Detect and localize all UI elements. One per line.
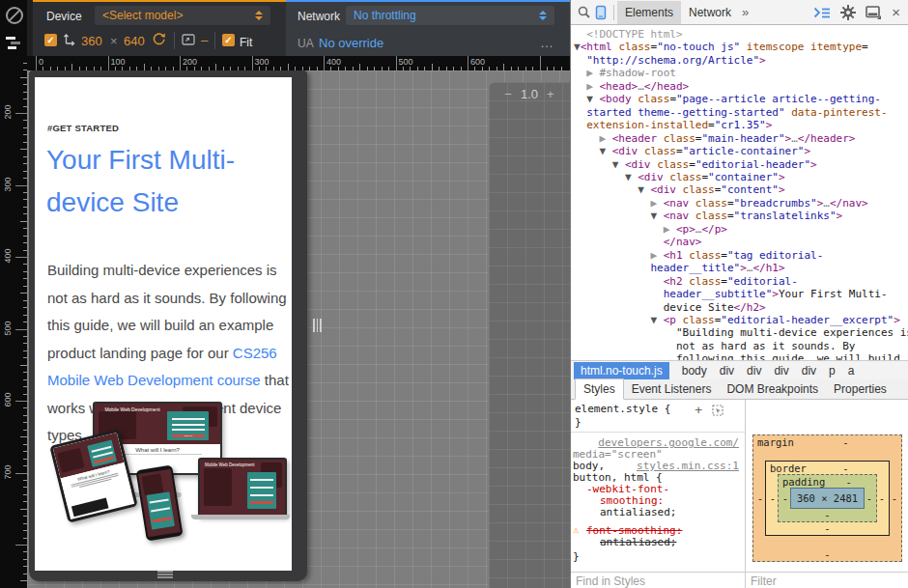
dom-tree-node[interactable]: ▼<html class="no-touch js" itemscope ite… — [574, 41, 908, 53]
dom-tree-node[interactable]: ▶ <head>…</head> — [574, 80, 908, 93]
dom-tree-node[interactable]: following this guide, we will build — [574, 352, 908, 360]
ruler-label: 200 — [3, 98, 13, 126]
zoom-in-button[interactable]: + — [547, 87, 554, 101]
invalid-css-property-value[interactable]: antialiased; — [600, 536, 676, 548]
breadcrumb-item[interactable]: p — [829, 364, 836, 378]
select-arrows-icon — [539, 11, 547, 20]
dom-tree-node[interactable]: ▶ <header class="main-header">…</header> — [574, 132, 908, 145]
network-waterfall-icon[interactable] — [6, 37, 22, 49]
breadcrumb-item[interactable]: html.no-touch.js — [574, 362, 669, 379]
dock-side-icon[interactable] — [865, 6, 882, 19]
dom-tree-node[interactable]: ▶ <p>…</p> — [574, 223, 908, 236]
ua-override-value[interactable]: No override — [319, 36, 383, 50]
close-icon[interactable]: × — [892, 7, 900, 18]
times-glyph: × — [110, 34, 118, 48]
dom-tree-node[interactable]: <h2 class="editorial- — [574, 275, 908, 288]
disable-icon[interactable] — [6, 7, 23, 24]
divider — [214, 32, 215, 49]
dom-tree-node[interactable]: </nav> — [574, 236, 908, 248]
tab-styles[interactable]: Styles — [575, 378, 624, 400]
fit-label: Fit — [240, 36, 252, 49]
dom-tree-node[interactable]: ▼ <div class="article-container"> — [574, 145, 908, 157]
device-model-select[interactable]: <Select model> — [95, 6, 270, 25]
dom-tree-node[interactable]: ▼ <div class="container"> — [574, 171, 908, 183]
brace: } — [575, 416, 582, 429]
dom-tree-node[interactable]: ▼ <div class="content"> — [574, 183, 908, 196]
refresh-icon[interactable] — [152, 32, 166, 46]
breadcrumb-item[interactable]: body — [682, 364, 707, 378]
find-styles-input[interactable]: Find in Styles — [571, 572, 745, 588]
gear-icon[interactable] — [840, 5, 856, 20]
dom-tree-node[interactable]: device Site</h2> — [574, 301, 908, 314]
styles-pane: element.style { + } developers.google.co… — [571, 400, 745, 572]
dom-tree-node[interactable]: ▼ <body class="page--article article--ge… — [574, 93, 908, 105]
ruler-label: 600 — [470, 57, 485, 67]
divider — [613, 5, 614, 20]
left-rail: 200300400500600700 — [0, 0, 27, 588]
width-field[interactable]: 360 — [81, 34, 102, 48]
select-arrows-icon — [255, 11, 263, 20]
dom-tree-node[interactable]: "Building multi-device experiences is — [574, 326, 908, 339]
element-style-rule[interactable]: element.style { — [575, 403, 670, 415]
breadcrumb-item[interactable]: div — [774, 364, 788, 378]
box-model-padding[interactable]: padding - - 360 × 2481 - — [778, 474, 877, 522]
tab-properties[interactable]: Properties — [826, 379, 894, 399]
console-drawer-icon[interactable] — [813, 7, 831, 18]
divider — [174, 32, 175, 49]
dom-tree-node[interactable]: ▼ <div class="editorial-header"> — [574, 158, 908, 171]
dom-tree-node[interactable]: started theme--getting-started" data-pin… — [574, 106, 908, 119]
screen-fit-icon[interactable] — [182, 34, 195, 45]
toolbar-overflow-icon[interactable]: … — [540, 35, 555, 50]
device-resize-handle[interactable] — [313, 319, 325, 332]
content-size: 360 × 2481 — [797, 492, 858, 504]
sidebar-tabs: Styles Event Listeners DOM Breakpoints P… — [571, 379, 908, 400]
article-title: Your First Multi- device Site — [46, 139, 235, 224]
dom-tree-node[interactable]: ▼ <p class="editorial-header__excerpt"> — [574, 314, 908, 326]
laptop-base — [191, 515, 290, 519]
zoom-out-button[interactable]: − — [504, 87, 512, 101]
device-section: Device <Select model> ✓ 360 × 640 — [33, 0, 286, 56]
dom-tree-node[interactable]: ▶ <nav class="breadcrumbs">…</nav> — [574, 197, 908, 210]
fit-checkbox[interactable]: ✓ — [222, 34, 235, 46]
device-mode-icon[interactable] — [595, 5, 607, 20]
dom-tree-node[interactable]: ▶ #shadow-root — [574, 67, 908, 79]
inspect-search-icon[interactable] — [577, 5, 591, 19]
device-model-value: <Select model> — [102, 9, 183, 22]
brace: } — [573, 550, 580, 563]
dom-tree-node[interactable]: "http://schema.org/Article"> — [574, 54, 908, 67]
box-model-margin[interactable]: margin - - border - - — [752, 434, 902, 562]
ruler-label: 500 — [3, 314, 13, 343]
scale-value[interactable]: – — [201, 33, 208, 47]
tab-network[interactable]: Network — [681, 1, 739, 24]
device-bottom-handle[interactable] — [157, 571, 173, 578]
network-throttling-value: No throttling — [354, 9, 416, 22]
breadcrumb-item[interactable]: div — [720, 364, 734, 378]
tab-elements[interactable]: Elements — [617, 1, 681, 24]
swap-dimensions-icon[interactable] — [63, 32, 76, 46]
dom-tree-node[interactable]: not as hard as it sounds. By — [574, 340, 908, 352]
css-property-value[interactable]: antialiased; — [600, 506, 676, 518]
emulation-canvas: − 1.0 + #GET STARTED Your First Multi- d… — [27, 70, 570, 588]
dimensions-checkbox[interactable]: ✓ — [44, 34, 57, 46]
metrics-filter-input[interactable]: Filter — [745, 572, 908, 588]
tab-dom-breakpoints[interactable]: DOM Breakpoints — [719, 379, 826, 399]
height-field[interactable]: 640 — [124, 34, 145, 48]
dom-tree-node[interactable]: extension-installed="cr1.35"> — [574, 119, 908, 131]
dom-tree-node[interactable]: ▶ <h1 class="tag editorial- — [574, 249, 908, 262]
dom-tree-node[interactable]: <!DOCTYPE html> — [574, 28, 908, 41]
box-model-content[interactable]: 360 × 2481 — [790, 488, 865, 509]
breadcrumb-item[interactable]: div — [802, 364, 816, 378]
ruler-label: 200 — [183, 57, 197, 67]
dom-tree-node[interactable]: header__subtitle">Your First Multi- — [574, 288, 908, 300]
element-state-icon[interactable] — [712, 405, 724, 416]
dom-tree-node[interactable]: header__title">…</h1> — [574, 262, 908, 274]
new-style-rule-icon[interactable]: + — [695, 403, 702, 417]
breadcrumb-item[interactable]: div — [747, 364, 761, 378]
dom-tree-node[interactable]: ▼ <nav class="translatelinks"> — [574, 210, 908, 222]
network-throttling-select[interactable]: No throttling — [346, 6, 554, 25]
padding-label: padding — [782, 476, 825, 488]
breadcrumb-item[interactable]: a — [848, 364, 855, 378]
more-tabs-icon[interactable]: » — [739, 5, 752, 19]
box-model-border[interactable]: border - - padding - - — [765, 461, 890, 536]
tab-event-listeners[interactable]: Event Listeners — [624, 379, 720, 399]
